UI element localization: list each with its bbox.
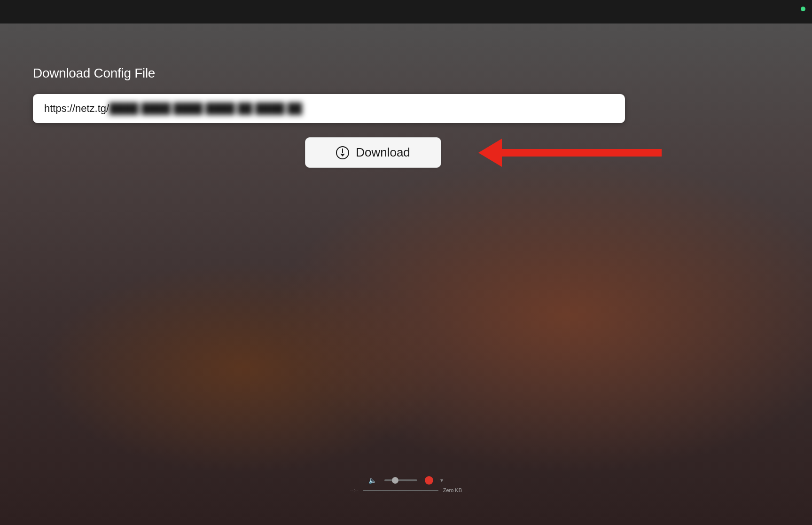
volume-thumb: [391, 477, 398, 484]
url-visible-part: https://netz.tg/: [44, 102, 109, 114]
url-text: https://netz.tg/████ ████ ████ ████ ██ █…: [44, 102, 302, 114]
record-button[interactable]: [424, 476, 433, 485]
progress-bar[interactable]: [363, 490, 438, 491]
dropdown-chevron-icon[interactable]: ▾: [440, 477, 443, 484]
media-controls: 🔈 ▾ --:-- Zero KB: [350, 476, 462, 493]
url-redacted-part: ████ ████ ████ ████ ██ ████ ██: [109, 102, 302, 115]
bottom-bar: [0, 497, 812, 525]
progress-row: --:-- Zero KB: [350, 487, 462, 493]
download-button-label: Download: [356, 145, 410, 160]
download-arrow-icon: [340, 149, 345, 157]
controls-row: 🔈 ▾: [368, 476, 443, 485]
arrow-head-icon: [478, 139, 502, 167]
download-circle-icon: [336, 146, 349, 159]
volume-slider[interactable]: [384, 479, 417, 481]
page-title: Download Config File: [33, 66, 155, 81]
status-dot: [801, 7, 805, 11]
download-button[interactable]: Download: [305, 137, 441, 168]
time-display: --:--: [350, 487, 359, 493]
arrow-line: [502, 149, 662, 157]
main-content: Download Config File https://netz.tg/███…: [0, 24, 812, 497]
download-section: Download: [0, 137, 746, 168]
size-label: Zero KB: [443, 487, 462, 493]
volume-icon: 🔈: [368, 477, 376, 484]
url-input-container: https://netz.tg/████ ████ ████ ████ ██ █…: [33, 94, 625, 123]
top-bar: [0, 0, 812, 24]
annotation-arrow: [478, 139, 662, 167]
